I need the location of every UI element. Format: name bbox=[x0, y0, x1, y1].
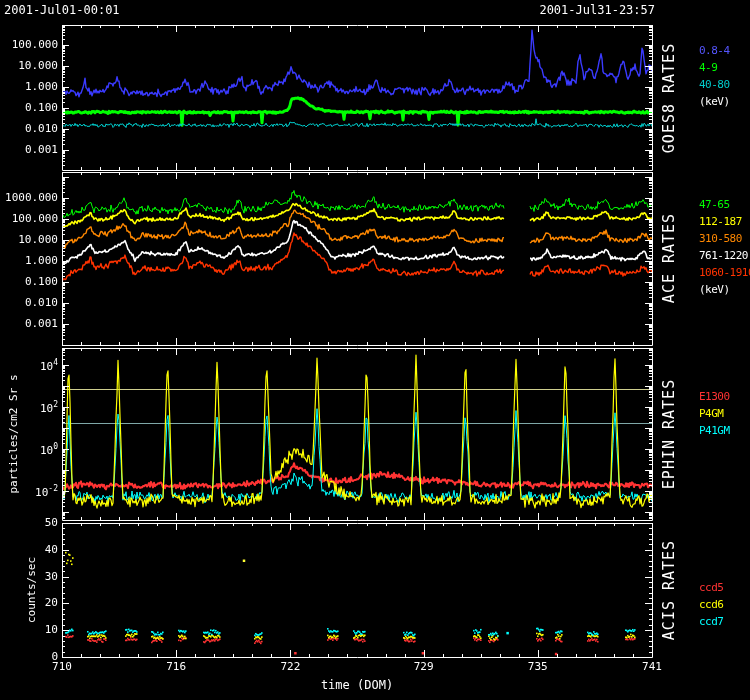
legend-entry: 761-1220 bbox=[699, 247, 750, 264]
legend-entry: 1060-1910 bbox=[699, 264, 750, 281]
x-tick-label: 729 bbox=[402, 660, 446, 673]
x-tick-label: 710 bbox=[40, 660, 84, 673]
y-tick-label: 100 bbox=[40, 442, 58, 457]
panel-title-ephin-rates: EPHIN RATES bbox=[660, 379, 678, 489]
panel-title-acis-rates: ACIS RATES bbox=[660, 540, 678, 640]
y-tick-label: 10.000 bbox=[18, 233, 58, 246]
y-axis-title-ephin: particles/cm2 Sr s bbox=[7, 374, 20, 493]
y-axis-title-acis: counts/sec bbox=[25, 557, 38, 623]
x-tick-label: 741 bbox=[630, 660, 674, 673]
plot-canvas bbox=[0, 0, 750, 700]
y-tick-label: 1.000 bbox=[25, 254, 58, 267]
y-tick-label: 0.001 bbox=[25, 317, 58, 330]
legend-entry: 4-9 bbox=[699, 59, 730, 76]
legend-ephin: E1300P4GMP41GM bbox=[699, 388, 730, 439]
y-tick-label: 30 bbox=[45, 570, 58, 583]
y-tick-label: 0.100 bbox=[25, 101, 58, 114]
y-tick-label: 102 bbox=[40, 400, 58, 415]
end-datetime-label: 2001-Jul31-23:57 bbox=[539, 3, 655, 17]
legend-entry: ccd5 bbox=[699, 579, 724, 596]
legend-acis: ccd5ccd6ccd7 bbox=[699, 579, 724, 630]
x-axis-title: time (DOM) bbox=[297, 678, 417, 692]
legend-entry: 40-80 bbox=[699, 76, 730, 93]
y-tick-label: 40 bbox=[45, 543, 58, 556]
x-tick-label: 735 bbox=[516, 660, 560, 673]
plot-figure: 2001-Jul01-00:01 2001-Jul31-23:57 GOES8 … bbox=[0, 0, 750, 700]
panel-title-ace-rates: ACE RATES bbox=[660, 213, 678, 303]
y-tick-label: 100.000 bbox=[12, 38, 58, 51]
y-tick-label: 0.010 bbox=[25, 296, 58, 309]
y-tick-label: 0.100 bbox=[25, 275, 58, 288]
y-tick-label: 100.000 bbox=[12, 212, 58, 225]
y-tick-label: 10 bbox=[45, 623, 58, 636]
y-tick-label: 50 bbox=[45, 516, 58, 529]
y-tick-label: 10.000 bbox=[18, 59, 58, 72]
panel-title-goes8-rates: GOES8 RATES bbox=[660, 43, 678, 153]
legend-entry: 0.8-4 bbox=[699, 42, 730, 59]
x-tick-label: 716 bbox=[154, 660, 198, 673]
y-tick-label: 1000.000 bbox=[5, 191, 58, 204]
legend-entry: P41GM bbox=[699, 422, 730, 439]
legend-entry: (keV) bbox=[699, 281, 750, 298]
legend-ace: 47-65112-187310-580761-12201060-1910(keV… bbox=[699, 196, 750, 298]
x-tick-label: 722 bbox=[268, 660, 312, 673]
legend-entry: 47-65 bbox=[699, 196, 750, 213]
y-tick-label: 1.000 bbox=[25, 80, 58, 93]
legend-entry: P4GM bbox=[699, 405, 730, 422]
legend-entry: (keV) bbox=[699, 93, 730, 110]
y-tick-label: 0.010 bbox=[25, 122, 58, 135]
legend-entry: ccd6 bbox=[699, 596, 724, 613]
legend-entry: E1300 bbox=[699, 388, 730, 405]
y-tick-label: 10-2 bbox=[35, 484, 58, 499]
legend-entry: 310-580 bbox=[699, 230, 750, 247]
legend-entry: ccd7 bbox=[699, 613, 724, 630]
y-tick-label: 104 bbox=[40, 358, 58, 373]
y-tick-label: 0.001 bbox=[25, 143, 58, 156]
start-datetime-label: 2001-Jul01-00:01 bbox=[4, 3, 120, 17]
legend-entry: 112-187 bbox=[699, 213, 750, 230]
y-tick-label: 20 bbox=[45, 596, 58, 609]
legend-goes8: 0.8-44-940-80(keV) bbox=[699, 42, 730, 110]
